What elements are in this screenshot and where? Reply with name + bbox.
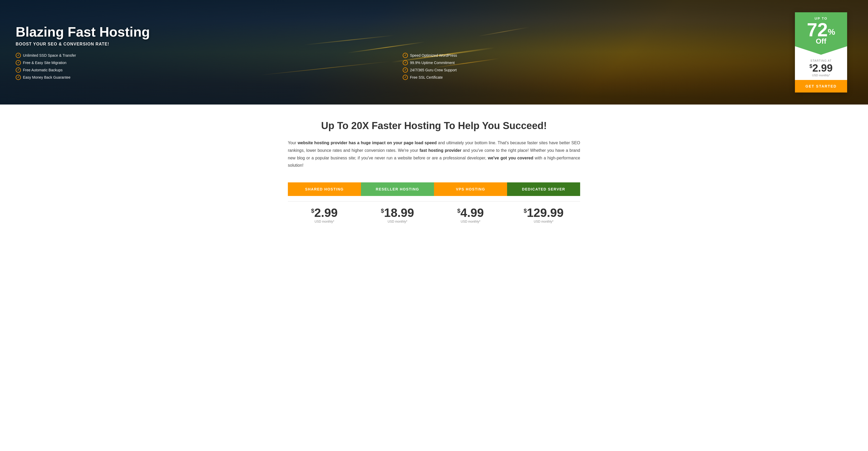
shared-price-value: 2.99: [314, 206, 338, 220]
check-icon: ✓: [403, 75, 408, 80]
hero-content: Blazing Fast Hosting BOOST YOUR SEO & CO…: [0, 14, 795, 90]
feature-label: Free Automatic Backups: [23, 68, 63, 72]
feature-item: ✓ 24/7/365 Guru Crew Support: [403, 67, 779, 73]
feature-label: Speed Optimized WordPress: [410, 53, 457, 57]
tab-dedicated-server[interactable]: DEDICATED SERVER: [507, 182, 580, 196]
check-icon: ✓: [403, 67, 408, 73]
feature-item: ✓ Easy Money Back Guarantee: [16, 75, 392, 80]
check-icon: ✓: [16, 67, 21, 73]
feature-label: Free & Easy Site Migration: [23, 61, 66, 65]
dedicated-price-period: USD monthly*: [512, 220, 575, 223]
feature-item: ✓ Free Automatic Backups: [16, 67, 392, 73]
main-content: Up To 20X Faster Hosting To Help You Suc…: [277, 105, 591, 234]
feature-label: Free SSL Certificate: [410, 75, 443, 79]
promo-badge: UP TO 72% Off STARTING AT $2.99 USD mont…: [795, 12, 847, 92]
feature-item: ✓ Unlimited SSD Space & Transfer: [16, 53, 392, 58]
promo-badge-wrapper: UP TO 72% Off STARTING AT $2.99 USD mont…: [795, 12, 847, 92]
tab-reseller-hosting[interactable]: RESELLER HOSTING: [361, 182, 434, 196]
pricing-shared: $2.99 USD monthly*: [288, 207, 361, 223]
hero-title: Blazing Fast Hosting: [16, 25, 779, 39]
badge-starting-at-label: STARTING AT: [799, 59, 843, 62]
check-icon: ✓: [16, 53, 21, 58]
badge-price-display: $2.99: [799, 62, 843, 74]
feature-item: ✓ 99.9% Uptime Commitment: [403, 60, 779, 65]
feature-item: ✓ Free & Easy Site Migration: [16, 60, 392, 65]
badge-price-value: 2.99: [812, 62, 833, 74]
badge-currency-label: USD monthly*: [799, 74, 843, 77]
dedicated-price-value: 129.99: [527, 206, 564, 220]
section-description: Your website hosting provider has a huge…: [288, 139, 580, 169]
badge-off-label: Off: [799, 37, 843, 46]
pricing-reseller: $18.99 USD monthly*: [361, 207, 434, 223]
get-started-button[interactable]: GET STARTED: [795, 80, 847, 92]
vps-dollar-sign: $: [457, 207, 460, 214]
reseller-dollar-sign: $: [381, 207, 384, 214]
badge-dollar-sign: $: [810, 63, 812, 69]
hero-section: Blazing Fast Hosting BOOST YOUR SEO & CO…: [0, 0, 868, 105]
shared-price-period: USD monthly*: [293, 220, 356, 223]
reseller-price-display: $18.99: [366, 207, 429, 219]
feature-label: Easy Money Back Guarantee: [23, 75, 70, 79]
feature-label: 24/7/365 Guru Crew Support: [410, 68, 457, 72]
check-icon: ✓: [403, 53, 408, 58]
feature-item: ✓ Free SSL Certificate: [403, 75, 779, 80]
features-grid: ✓ Unlimited SSD Space & Transfer ✓ Free …: [16, 53, 779, 80]
feature-label: 99.9% Uptime Commitment: [410, 61, 455, 65]
pricing-dedicated: $129.99 USD monthly*: [507, 207, 580, 223]
pricing-vps: $4.99 USD monthly*: [434, 207, 507, 223]
badge-price-section: STARTING AT $2.99 USD monthly*: [795, 55, 847, 77]
hosting-tabs: SHARED HOSTING RESELLER HOSTING VPS HOST…: [288, 182, 580, 196]
badge-discount-section: UP TO 72% Off: [795, 12, 847, 55]
dedicated-dollar-sign: $: [524, 207, 527, 214]
tab-vps-hosting[interactable]: VPS HOSTING: [434, 182, 507, 196]
dedicated-price-display: $129.99: [512, 207, 575, 219]
shared-price-display: $2.99: [293, 207, 356, 219]
section-title: Up To 20X Faster Hosting To Help You Suc…: [288, 120, 580, 132]
tab-shared-hosting[interactable]: SHARED HOSTING: [288, 182, 361, 196]
vps-price-period: USD monthly*: [439, 220, 502, 223]
feature-item: ✓ Speed Optimized WordPress: [403, 53, 779, 58]
badge-percent-sign: %: [828, 27, 835, 36]
check-icon: ✓: [16, 60, 21, 65]
check-icon: ✓: [403, 60, 408, 65]
feature-label: Unlimited SSD Space & Transfer: [23, 53, 76, 57]
reseller-price-period: USD monthly*: [366, 220, 429, 223]
vps-price-display: $4.99: [439, 207, 502, 219]
shared-dollar-sign: $: [311, 207, 314, 214]
hero-subtitle: BOOST YOUR SEO & CONVERSION RATE!: [16, 42, 779, 47]
pricing-row: $2.99 USD monthly* $18.99 USD monthly* $…: [288, 201, 580, 223]
check-icon: ✓: [16, 75, 21, 80]
vps-price-value: 4.99: [460, 206, 484, 220]
reseller-price-value: 18.99: [384, 206, 414, 220]
